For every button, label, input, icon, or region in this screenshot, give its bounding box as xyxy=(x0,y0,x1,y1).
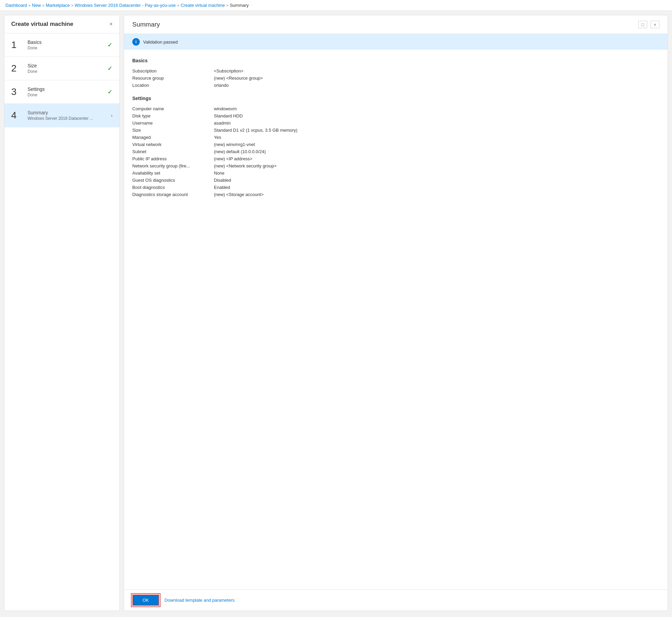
steps-list: 1 Basics Done ✓ 2 Size Done ✓ 3 xyxy=(4,33,119,611)
step-1-number: 1 xyxy=(11,39,23,50)
table-row: Username asadmin xyxy=(132,119,659,127)
breadcrumb-sep-2: > xyxy=(42,3,44,7)
step-1-name: Basics xyxy=(28,39,107,45)
step-item-size[interactable]: 2 Size Done ✓ xyxy=(4,57,119,80)
table-row: Virtual network (new) winvmrg1-vnet xyxy=(132,141,659,148)
field-label-resource-group: Resource group xyxy=(132,75,214,82)
main-container: Create virtual machine × 1 Basics Done ✓… xyxy=(0,11,672,615)
field-value-username: asadmin xyxy=(214,119,659,127)
step-2-number: 2 xyxy=(11,63,23,74)
maximize-button[interactable]: □ xyxy=(638,21,647,28)
step-4-number: 4 xyxy=(11,110,23,121)
left-panel-close-button[interactable]: × xyxy=(110,21,113,27)
settings-section-title: Settings xyxy=(132,96,659,101)
step-3-check-icon: ✓ xyxy=(107,88,113,96)
field-value-guest-os-diagnostics: Disabled xyxy=(214,177,659,184)
step-2-sub: Done xyxy=(28,69,107,74)
step-1-check-icon: ✓ xyxy=(107,41,113,49)
field-label-subnet: Subnet xyxy=(132,148,214,155)
close-button[interactable]: × xyxy=(651,21,659,28)
table-row: Resource group (new) <Resource group> xyxy=(132,75,659,82)
breadcrumb-create-vm[interactable]: Create virtual machine xyxy=(181,3,225,8)
table-row: Guest OS diagnostics Disabled xyxy=(132,177,659,184)
step-2-name: Size xyxy=(28,63,107,68)
field-value-subnet: (new) default (10.0.0.0/24) xyxy=(214,148,659,155)
breadcrumb-sep-4: > xyxy=(177,3,179,7)
right-panel-footer: OK Download template and parameters xyxy=(124,589,668,611)
settings-fields-table: Computer name windowsvm Disk type Standa… xyxy=(132,105,659,198)
info-icon: i xyxy=(132,38,140,46)
step-1-sub: Done xyxy=(28,46,107,50)
field-value-managed: Yes xyxy=(214,134,659,141)
step-3-sub: Done xyxy=(28,93,107,97)
ok-button[interactable]: OK xyxy=(132,595,159,606)
step-item-basics[interactable]: 1 Basics Done ✓ xyxy=(4,33,119,57)
step-3-name: Settings xyxy=(28,86,107,92)
table-row: Subnet (new) default (10.0.0.0/24) xyxy=(132,148,659,155)
step-3-number: 3 xyxy=(11,86,23,97)
table-row: Diagnostics storage account (new) <Stora… xyxy=(132,191,659,198)
step-item-settings[interactable]: 3 Settings Done ✓ xyxy=(4,80,119,104)
field-label-username: Username xyxy=(132,119,214,127)
left-panel-title: Create virtual machine xyxy=(11,21,73,28)
field-label-nsg: Network security group (fire... xyxy=(132,162,214,169)
field-value-size: Standard D1 v2 (1 vcpus, 3.5 GB memory) xyxy=(214,127,659,134)
right-panel: Summary □ × i Validation passed Basics S… xyxy=(124,15,668,611)
step-item-summary[interactable]: 4 Summary Windows Server 2016 Datacenter… xyxy=(4,104,119,127)
step-4-info: Summary Windows Server 2016 Datacenter .… xyxy=(28,110,111,121)
field-value-availability-set: None xyxy=(214,169,659,177)
field-label-computer-name: Computer name xyxy=(132,105,214,112)
left-panel: Create virtual machine × 1 Basics Done ✓… xyxy=(4,15,120,611)
validation-banner: i Validation passed xyxy=(124,34,668,50)
field-label-boot-diagnostics: Boot diagnostics xyxy=(132,184,214,191)
table-row: Size Standard D1 v2 (1 vcpus, 3.5 GB mem… xyxy=(132,127,659,134)
table-row: Computer name windowsvm xyxy=(132,105,659,112)
field-label-subscription: Subscription xyxy=(132,67,214,75)
field-label-guest-os-diagnostics: Guest OS diagnostics xyxy=(132,177,214,184)
field-value-disk-type: Standard HDD xyxy=(214,112,659,119)
field-label-availability-set: Availability set xyxy=(132,169,214,177)
field-value-resource-group: (new) <Resource group> xyxy=(214,75,659,82)
field-value-location: orlando xyxy=(214,82,659,89)
step-2-info: Size Done xyxy=(28,63,107,74)
field-label-size: Size xyxy=(132,127,214,134)
field-label-managed: Managed xyxy=(132,134,214,141)
right-panel-controls: □ × xyxy=(638,21,659,28)
breadcrumb-dashboard[interactable]: Dashboard xyxy=(5,3,27,8)
field-label-diagnostics-storage: Diagnostics storage account xyxy=(132,191,214,198)
right-panel-title: Summary xyxy=(132,21,160,28)
table-row: Availability set None xyxy=(132,169,659,177)
field-value-subscription: <Subscription> xyxy=(214,67,659,75)
breadcrumb-current: Summary xyxy=(230,3,249,8)
breadcrumb-marketplace[interactable]: Marketplace xyxy=(46,3,70,8)
validation-text: Validation passed xyxy=(143,39,178,45)
breadcrumb-product[interactable]: Windows Server 2016 Datacenter - Pay-as-… xyxy=(75,3,176,8)
table-row: Disk type Standard HDD xyxy=(132,112,659,119)
breadcrumb: Dashboard > New > Marketplace > Windows … xyxy=(0,0,672,11)
field-label-location: Location xyxy=(132,82,214,89)
breadcrumb-new[interactable]: New xyxy=(32,3,41,8)
download-template-link[interactable]: Download template and parameters xyxy=(165,598,235,603)
step-4-sub: Windows Server 2016 Datacenter ... xyxy=(28,116,111,121)
breadcrumb-sep-1: > xyxy=(29,3,31,7)
field-value-boot-diagnostics: Enabled xyxy=(214,184,659,191)
basics-section-title: Basics xyxy=(132,58,659,63)
table-row: Boot diagnostics Enabled xyxy=(132,184,659,191)
field-value-public-ip: (new) <IP address> xyxy=(214,155,659,162)
field-value-nsg: (new) <Network security group> xyxy=(214,162,659,169)
step-4-arrow-icon: › xyxy=(111,113,113,118)
breadcrumb-sep-5: > xyxy=(226,3,228,7)
table-row: Subscription <Subscription> xyxy=(132,67,659,75)
step-1-info: Basics Done xyxy=(28,39,107,50)
field-value-virtual-network: (new) winvmrg1-vnet xyxy=(214,141,659,148)
breadcrumb-sep-3: > xyxy=(71,3,73,7)
table-row: Network security group (fire... (new) <N… xyxy=(132,162,659,169)
basics-fields-table: Subscription <Subscription> Resource gro… xyxy=(132,67,659,89)
table-row: Managed Yes xyxy=(132,134,659,141)
field-label-virtual-network: Virtual network xyxy=(132,141,214,148)
table-row: Public IP address (new) <IP address> xyxy=(132,155,659,162)
step-2-check-icon: ✓ xyxy=(107,65,113,72)
summary-content: Basics Subscription <Subscription> Resou… xyxy=(124,50,668,589)
right-panel-header: Summary □ × xyxy=(124,15,668,34)
field-value-diagnostics-storage: (new) <Storage account> xyxy=(214,191,659,198)
